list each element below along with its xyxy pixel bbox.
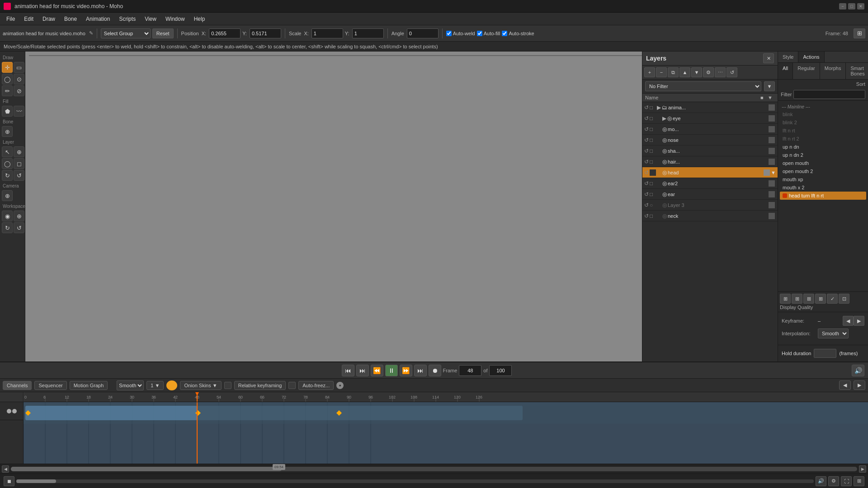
frame-input[interactable]	[459, 365, 481, 376]
volume-button[interactable]: 🔊	[852, 365, 864, 376]
step-forward-button[interactable]: ⏩	[400, 365, 412, 376]
fit-tool[interactable]: ↺	[14, 222, 24, 233]
layers-settings-button[interactable]: ⚙	[703, 67, 714, 77]
interpolation-select[interactable]: Smooth Linear Step	[818, 328, 849, 338]
hold-input[interactable]	[814, 349, 836, 358]
rel-kf-check[interactable]	[288, 382, 296, 389]
close-button[interactable]: ✕	[857, 3, 864, 9]
menu-draw[interactable]: Draw	[38, 14, 60, 24]
fill-tool[interactable]: ⬟	[2, 106, 13, 117]
smooth-more-button[interactable]: 1 ▼	[146, 381, 164, 390]
angle-input[interactable]: 0	[407, 28, 439, 38]
relative-keyframing-button[interactable]: Relative keyframing	[234, 381, 286, 390]
all-tab[interactable]: All	[778, 63, 793, 79]
reset-button[interactable]: Reset	[152, 28, 174, 38]
playback-track[interactable]: 09:54	[11, 467, 857, 471]
morph-open-mouth2[interactable]: open mouth 2	[780, 167, 866, 175]
layers-filter-select[interactable]: No Filter	[645, 81, 761, 91]
zoom-in[interactable]: ◉	[2, 211, 13, 221]
timeline-expand-button[interactable]: ◀	[839, 380, 851, 390]
layer-expand-head[interactable]: ▼	[771, 170, 776, 175]
onion-skins-button[interactable]: Onion Skins ▼	[180, 381, 221, 390]
rect-tool[interactable]: ▭	[14, 62, 24, 73]
morph-up-n-dn[interactable]: up n dn	[780, 143, 866, 151]
dq-btn1[interactable]: ⊞	[780, 294, 791, 304]
canvas-area[interactable]: ✛ up n dn	[25, 52, 642, 361]
tool-select[interactable]: Select Group Select Points Transform Poi…	[101, 28, 151, 38]
transform-tool[interactable]: ↖	[2, 146, 13, 157]
layers-add-button[interactable]: +	[644, 67, 655, 77]
bone-tool[interactable]: ⊕	[2, 126, 13, 137]
settings-btn[interactable]: ⚙	[828, 476, 839, 486]
audio-btn[interactable]: 🔊	[816, 476, 826, 486]
zoom-out[interactable]: ⊕	[14, 211, 24, 221]
menu-view[interactable]: View	[140, 14, 161, 24]
layers-close-button[interactable]: ✕	[763, 53, 774, 63]
next-frame-button[interactable]: ⏭	[414, 365, 427, 376]
pen-tool[interactable]: ✏	[2, 85, 13, 96]
layers-move-down-button[interactable]: ▼	[691, 67, 702, 77]
dq-btn3[interactable]: ⊞	[803, 294, 814, 304]
camera-tool[interactable]: ⊕	[2, 190, 13, 201]
smart-bones-tab[interactable]: Smart Bones	[846, 63, 868, 79]
morph-blink2[interactable]: blink 2	[780, 118, 866, 127]
menu-bone[interactable]: Bone	[60, 14, 81, 24]
menu-help[interactable]: Help	[189, 14, 210, 24]
layer-oval[interactable]: ◯	[2, 158, 13, 169]
x-input[interactable]: 0.2655	[209, 28, 241, 38]
scale-y-input[interactable]: 1	[352, 28, 384, 38]
dq-check[interactable]: ✓	[827, 294, 838, 304]
rotate-ccw[interactable]: ↺	[14, 170, 24, 181]
actions-tab[interactable]: Actions	[798, 52, 824, 62]
layers-delete-button[interactable]: −	[656, 67, 667, 77]
morph-blink[interactable]: blink	[780, 110, 866, 118]
morph-mouth-xp[interactable]: mouth xp	[780, 175, 866, 183]
autofill-check[interactable]: Auto-fill	[477, 31, 500, 36]
layers-duplicate-button[interactable]: ⧉	[668, 67, 679, 77]
pause-button[interactable]: ⏸	[385, 365, 398, 376]
node-tool[interactable]: ⊙	[14, 74, 24, 84]
morph-head-turn[interactable]: head turn lft n rt	[780, 192, 866, 200]
menu-edit[interactable]: Edit	[19, 14, 38, 24]
morph-lft-n-rt2[interactable]: lft n rt 2	[780, 135, 866, 143]
total-frames-input[interactable]	[489, 365, 512, 376]
regular-tab[interactable]: Regular	[793, 63, 820, 79]
grid-view-button[interactable]: ⊞	[854, 28, 865, 38]
channels-tab[interactable]: Channels	[3, 381, 32, 390]
go-start-button[interactable]: ⏮	[342, 365, 354, 376]
dq-check2[interactable]: ⊡	[839, 294, 849, 304]
autostroke-check[interactable]: Auto-stroke	[502, 31, 534, 36]
progress-bar[interactable]	[16, 479, 814, 483]
style-tab[interactable]: Style	[778, 52, 798, 62]
step-back-button[interactable]: ⏪	[371, 365, 383, 376]
playback-thumb[interactable]: 09:54	[273, 464, 285, 470]
autoweld-check[interactable]: Auto-weld	[446, 31, 475, 36]
morph-mouth-x2[interactable]: mouth x 2	[780, 183, 866, 192]
menu-animation[interactable]: Animation	[81, 14, 114, 24]
fullscreen-btn[interactable]: ⛶	[841, 476, 852, 486]
kf-next-button[interactable]: ▶	[854, 316, 864, 326]
layers-move-up-button[interactable]: ▲	[679, 67, 690, 77]
morphs-tab[interactable]: Morphs	[820, 63, 846, 79]
layers-more-button[interactable]: ⋯	[715, 67, 726, 77]
smooth-select[interactable]: Smooth Linear	[117, 380, 144, 390]
fps-button[interactable]	[166, 380, 177, 390]
layer-row-hair[interactable]: ↺ □ ◎ hair...	[642, 156, 778, 167]
pan-tool[interactable]: ↻	[2, 222, 13, 233]
rotate-cw[interactable]: ↻	[2, 170, 13, 181]
layer-row-nose[interactable]: ↺ □ ◎ nose	[642, 135, 778, 145]
filter-input[interactable]	[793, 90, 865, 99]
scale-x-input[interactable]: 1	[311, 28, 343, 38]
layer-row-layer3[interactable]: ↺ ○ ◎ Layer 3	[642, 200, 778, 211]
kf-prev-button[interactable]: ◀	[843, 316, 854, 326]
onion-check[interactable]	[224, 382, 231, 389]
layer-row-neck[interactable]: ↺ □ ◎ neck	[642, 211, 778, 221]
scroll-right-button[interactable]: ▶	[859, 465, 866, 473]
auto-freeze-indicator[interactable]: ●	[336, 382, 344, 389]
brush-tool[interactable]: ⊘	[14, 85, 24, 96]
layers-filter-button[interactable]: ▼	[764, 81, 775, 91]
select-tool[interactable]: ✛	[2, 62, 13, 73]
prev-frame-button[interactable]: ⏭	[356, 365, 369, 376]
motion-graph-tab[interactable]: Motion Graph	[70, 381, 108, 390]
morph-open-mouth[interactable]: open mouth	[780, 159, 866, 167]
